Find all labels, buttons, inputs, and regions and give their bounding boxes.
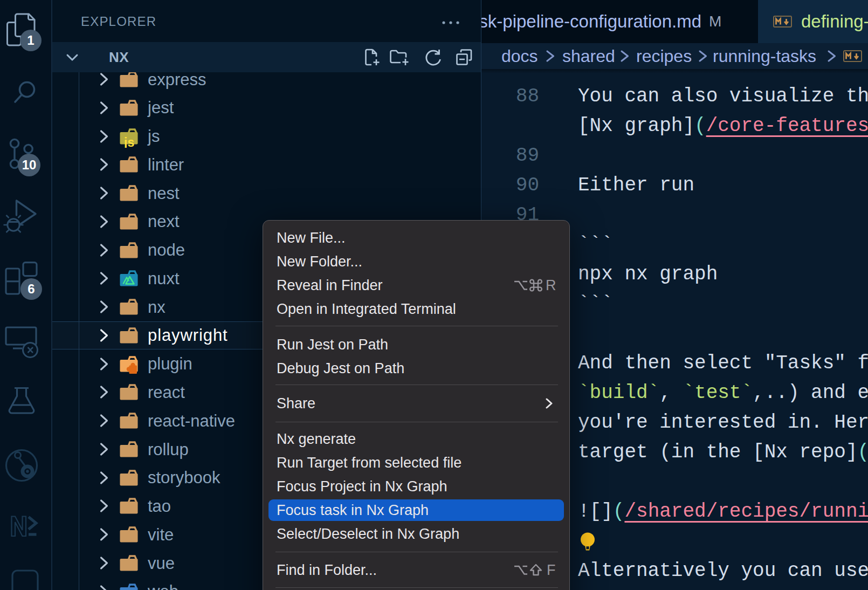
svg-text:js: js xyxy=(123,135,134,148)
